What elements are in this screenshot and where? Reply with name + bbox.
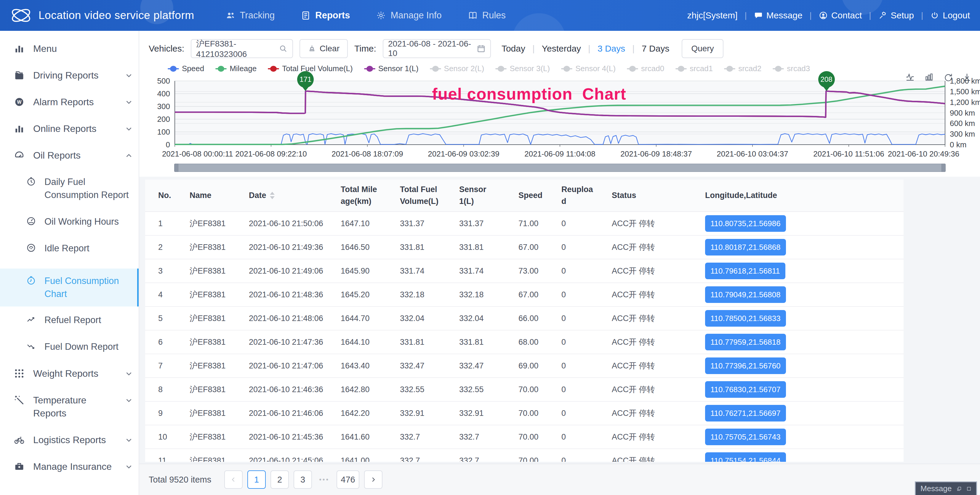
cell-longitude-latitude: 110.77396,21.56760 [702,354,829,378]
column-header-label: Speed [519,190,542,201]
nav-item-rules[interactable]: Rules [468,10,506,21]
separator: | [745,11,747,20]
nav-item-tracking[interactable]: Tracking [226,10,275,21]
column-header-no: No. [145,180,187,212]
coordinate-button[interactable]: 110.75154,21.56844 [705,452,786,462]
chart-zoom-slider[interactable] [175,164,945,172]
query-button[interactable]: Query [682,39,723,58]
pulse-icon[interactable] [905,72,915,82]
page-button-1[interactable]: 1 [247,470,266,489]
legend-item-sensor-1-l[interactable]: Sensor 1(L) [364,64,418,73]
bars-icon[interactable] [924,72,934,82]
page-button-3[interactable]: 3 [294,470,312,489]
cell-name: 沪EF8381 [187,378,246,401]
sidebar-item-daily-fuel-consumption-report[interactable]: Daily Fuel Consumption Report [0,176,138,201]
cell-date: 2021-06-10 21:47:36 [246,330,338,354]
range-3-days[interactable]: 3 Days [598,43,625,54]
topbar-link-message[interactable]: Message [754,10,803,21]
legend-item-sensor-3-l[interactable]: Sensor 3(L) [495,64,550,73]
next-page-button[interactable] [364,470,382,489]
table-row: 3沪EF83812021-06-10 21:49:061645.90331.74… [145,259,904,283]
query-label: Query [691,44,714,53]
sidebar-item-oil-working-hours[interactable]: Oil Working Hours [0,215,138,228]
nav-item-manage-info[interactable]: Manage Info [376,10,441,21]
coordinate-button[interactable]: 110.79618,21.56811 [705,263,785,279]
prev-page-button[interactable] [224,470,243,489]
restore-icon[interactable] [956,485,962,493]
cell-speed: 67.00 [515,235,558,259]
user-label: zhjc[System] [687,10,738,21]
query-toolbar: Vehicles: 沪EF8381-41210323006 Clear Time… [139,31,980,58]
page-button-2[interactable]: 2 [270,470,289,489]
coordinate-button[interactable]: 110.79049,21.56808 [705,286,786,303]
legend-item-sensor-4-l[interactable]: Sensor 4(L) [561,64,616,73]
coordinate-button[interactable]: 110.76830,21.56707 [705,381,786,398]
sidebar-item-driving-reports[interactable]: Driving Reports [0,69,138,82]
coordinate-button[interactable]: 110.75705,21.56743 [705,429,786,445]
separator: | [810,11,812,20]
topbar-link-logout[interactable]: Logout [930,10,970,21]
chevron-up-icon [124,151,133,160]
square-icon[interactable] [966,485,971,493]
power-icon [930,11,939,20]
sidebar-item-online-reports[interactable]: Online Reports [0,122,138,135]
coordinate-button[interactable]: 110.80187,21.56868 [705,239,786,255]
briefcase-icon [14,461,25,472]
range-today[interactable]: Today [501,43,525,54]
legend-label: srcad1 [690,64,713,73]
coordinate-button[interactable]: 110.77396,21.56760 [705,358,786,374]
sidebar-item-fuel-consumption-chart[interactable]: Fuel Consumption Chart [0,268,138,307]
topbar-link-contact[interactable]: Contact [819,10,862,21]
chart-marker-pin[interactable]: 171 [297,71,314,91]
sidebar-item-idle-report[interactable]: Idle Report [0,242,138,255]
legend-item-mileage[interactable]: Mileage [215,64,256,73]
legend-item-srcad2[interactable]: srcad2 [724,64,761,73]
sidebar-item-manage-insurance[interactable]: Manage Insurance [0,460,138,473]
vehicles-input[interactable]: 沪EF8381-41210323006 [191,39,293,58]
sort-icon[interactable] [270,192,275,199]
range-yesterday[interactable]: Yesterday [542,43,581,54]
sidebar-item-alarm-reports[interactable]: WAlarm Reports [0,96,138,109]
sidebar-item-fuel-down-report[interactable]: Fuel Down Report [0,340,138,353]
legend-item-srcad0[interactable]: srcad0 [627,64,664,73]
column-header-date[interactable]: Date [246,180,338,212]
sidebar-item-menu[interactable]: Menu [0,42,138,55]
y-right-tick: 0 km [950,140,966,149]
legend-item-sensor-2-l[interactable]: Sensor 2(L) [430,64,484,73]
cell-spacer [829,330,904,354]
sidebar-item-oil-reports[interactable]: Oil Reports [0,149,138,162]
table-row: 5沪EF83812021-06-10 21:48:061644.70332.04… [145,307,904,330]
sidebar-item-weight-reports[interactable]: Weight Reports [0,367,138,380]
sidebar-item-temperature-reports[interactable]: Temperature Reports [0,394,138,420]
clear-button[interactable]: Clear [299,39,348,58]
cell-no: 1 [145,212,187,235]
message-widget[interactable]: Message [915,481,977,495]
cell-name: 沪EF8381 [187,307,246,330]
coordinate-button[interactable]: 110.80735,21.56986 [705,215,786,232]
coordinate-button[interactable]: 110.76271,21.56697 [705,405,786,422]
cell-no: 5 [145,307,187,330]
cell-spacer [829,449,904,462]
cell-spacer [829,354,904,378]
chart-marker-pin[interactable]: 208 [818,71,835,91]
cell-reupload: 0 [558,283,609,307]
x-axis-label: 2021-06-09 11:04:08 [524,149,595,158]
nav-item-reports[interactable]: Reports [301,10,350,21]
report-table: No.NameDateTotal Mileage(km)Total Fuel V… [145,180,904,462]
legend-item-srcad3[interactable]: srcad3 [773,64,810,73]
column-header-label: Date [249,190,266,201]
cell-date: 2021-06-10 21:46:06 [246,401,338,425]
legend-item-srcad1[interactable]: srcad1 [675,64,713,73]
sidebar-item-refuel-report[interactable]: Refuel Report [0,314,138,327]
range-7-days[interactable]: 7 Days [642,43,669,54]
coordinate-button[interactable]: 110.77959,21.56818 [705,334,786,350]
cell-status: ACC开 停转 [609,307,702,330]
chart-plot[interactable]: fuel consumption Chart 171208 [175,81,945,145]
sidebar-item-logistics-reports[interactable]: Logistics Reports [0,433,138,446]
time-range-input[interactable]: 2021-06-08 - 2021-06-10 [383,39,491,58]
legend-item-speed[interactable]: Speed [168,64,204,73]
page-button-476[interactable]: 476 [337,470,359,489]
cell-date: 2021-06-10 21:49:36 [246,235,338,259]
coordinate-button[interactable]: 110.78500,21.56833 [705,310,786,327]
topbar-link-setup[interactable]: Setup [878,10,914,21]
